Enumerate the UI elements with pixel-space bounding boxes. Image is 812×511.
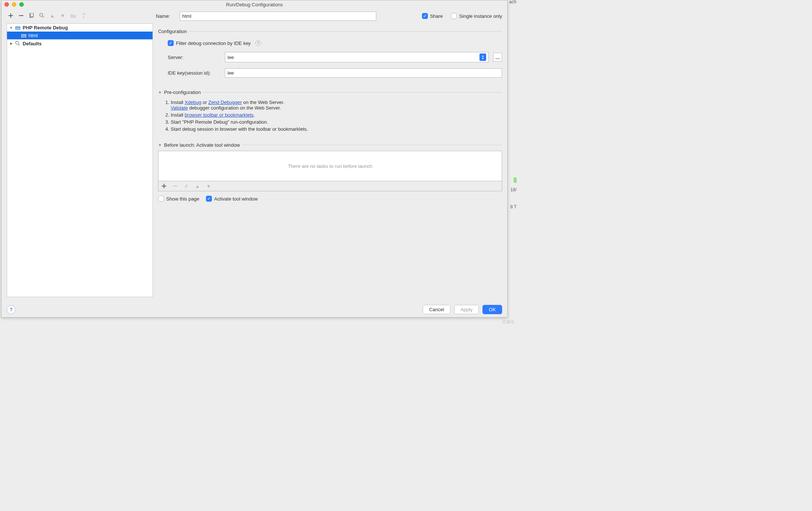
add-task-button[interactable] xyxy=(161,183,167,189)
tasks-list: There are no tasks to run before launch xyxy=(158,151,502,181)
tasks-toolbar: ▲ ▼ xyxy=(158,181,502,191)
help-button[interactable]: ? xyxy=(7,305,16,314)
activate-checkbox[interactable] xyxy=(206,196,212,202)
preconf-step-4: Start debug session in browser with the … xyxy=(171,126,502,132)
task-up-button[interactable]: ▲ xyxy=(194,183,201,189)
config-tree[interactable]: ▼ php PHP Remote Debug php html ▶ Defaul… xyxy=(7,23,153,297)
caret-down-icon: ▼ xyxy=(9,26,13,30)
server-select[interactable]: lee ▲▼ xyxy=(225,52,489,62)
name-input[interactable] xyxy=(180,12,376,21)
tree-node-label: PHP Remote Debug xyxy=(23,25,68,30)
preconf-step-3: Start "PHP Remote Debug" run-configurati… xyxy=(171,119,502,125)
svg-rect-1 xyxy=(30,13,33,17)
xdebug-link[interactable]: Xdebug xyxy=(185,100,202,105)
browser-toolbar-link[interactable]: browser toolbar or bookmarklets xyxy=(185,112,254,118)
ok-button[interactable]: OK xyxy=(482,305,502,314)
validate-link[interactable]: Validate xyxy=(171,105,188,111)
sort-button[interactable]: ↓a z xyxy=(80,12,87,19)
caret-down-icon: ▼ xyxy=(158,143,162,147)
server-more-button[interactable]: … xyxy=(493,53,502,62)
edit-task-button[interactable] xyxy=(183,183,190,189)
titlebar: Run/Debug Configurations xyxy=(1,0,507,9)
preconfiguration-heading[interactable]: ▼ Pre-configuration xyxy=(158,89,502,95)
move-down-button[interactable]: ▼ xyxy=(59,12,66,19)
add-config-button[interactable] xyxy=(7,12,14,19)
name-label: Name: xyxy=(156,13,174,19)
show-page-row[interactable]: Show this page xyxy=(158,196,199,202)
svg-text:php: php xyxy=(16,27,20,29)
copy-config-button[interactable] xyxy=(28,12,35,19)
watermark: 亿速云 xyxy=(502,319,514,325)
show-page-label: Show this page xyxy=(166,196,199,202)
single-instance-row[interactable]: Single instance only xyxy=(451,13,502,19)
ide-key-label: IDE key(session id): xyxy=(168,70,220,76)
help-icon[interactable]: ? xyxy=(255,40,261,46)
tree-node-label: html xyxy=(29,33,38,38)
svg-text:php: php xyxy=(22,35,26,37)
run-debug-dialog: Run/Debug Configurations ▲ ▼ ↓a z Name: … xyxy=(1,0,508,318)
select-arrows-icon: ▲▼ xyxy=(479,53,486,61)
remove-task-button[interactable] xyxy=(172,183,179,189)
single-instance-label: Single instance only xyxy=(459,13,502,19)
share-checkbox-row[interactable]: Share xyxy=(422,13,443,19)
tree-node-label: Defaults xyxy=(23,41,42,46)
move-up-button[interactable]: ▲ xyxy=(49,12,56,19)
save-config-button[interactable] xyxy=(39,12,45,19)
filter-checkbox[interactable] xyxy=(168,40,174,46)
background-folder-label: cache xyxy=(509,0,517,4)
ide-key-input[interactable] xyxy=(225,68,502,78)
server-label: Server: xyxy=(168,55,220,60)
filter-label: Filter debug connection by IDE key xyxy=(176,40,251,46)
bottom-bar: ? Cancel Apply OK xyxy=(7,305,502,314)
configuration-heading: Configuration xyxy=(158,29,502,34)
apply-button[interactable]: Apply xyxy=(454,305,479,314)
single-instance-checkbox[interactable] xyxy=(451,13,457,19)
before-launch-heading[interactable]: ▼ Before launch: Activate tool window xyxy=(158,142,502,148)
defaults-icon xyxy=(14,40,21,46)
show-page-checkbox[interactable] xyxy=(158,196,164,202)
svg-point-7 xyxy=(16,41,19,44)
share-label: Share xyxy=(430,13,443,19)
background-window: 📁 cache 18/ 8 T xyxy=(509,0,517,230)
caret-down-icon: ▼ xyxy=(158,91,162,94)
zend-debugger-link[interactable]: Zend Debugger xyxy=(208,100,242,105)
remove-config-button[interactable] xyxy=(18,12,24,19)
config-panel: Configuration Filter debug connection by… xyxy=(158,23,502,297)
svg-point-2 xyxy=(40,13,43,16)
background-text-1: 18/ xyxy=(510,187,517,192)
preconfiguration-steps: Install Xdebug or Zend Debugger on the W… xyxy=(163,98,502,133)
tree-node-defaults[interactable]: ▶ Defaults xyxy=(7,39,153,48)
filter-row[interactable]: Filter debug connection by IDE key xyxy=(168,40,251,46)
dialog-title: Run/Debug Configurations xyxy=(1,2,507,7)
preconf-step-2: Install browser toolbar or bookmarklets. xyxy=(171,112,502,118)
top-row: ▲ ▼ ↓a z Name: Share Single instance onl… xyxy=(1,9,507,23)
tree-node-html[interactable]: php html xyxy=(7,32,153,39)
task-down-button[interactable]: ▼ xyxy=(205,183,212,189)
folder-button[interactable] xyxy=(70,12,76,19)
activate-row[interactable]: Activate tool window xyxy=(206,196,258,202)
activate-label: Activate tool window xyxy=(214,196,258,202)
tree-node-php-remote-debug[interactable]: ▼ php PHP Remote Debug xyxy=(7,24,153,32)
php-remote-debug-icon: php xyxy=(14,25,21,30)
php-config-icon: php xyxy=(20,33,27,38)
gutter-highlight xyxy=(514,178,517,183)
server-value: lee xyxy=(227,55,234,60)
background-text-2: 8 T xyxy=(510,204,517,209)
preconf-step-1: Install Xdebug or Zend Debugger on the W… xyxy=(171,100,502,111)
cancel-button[interactable]: Cancel xyxy=(423,305,450,314)
tree-toolbar: ▲ ▼ ↓a z xyxy=(7,11,153,21)
tasks-empty-text: There are no tasks to run before launch xyxy=(288,163,373,169)
caret-right-icon: ▶ xyxy=(9,42,13,45)
share-checkbox[interactable] xyxy=(422,13,428,19)
